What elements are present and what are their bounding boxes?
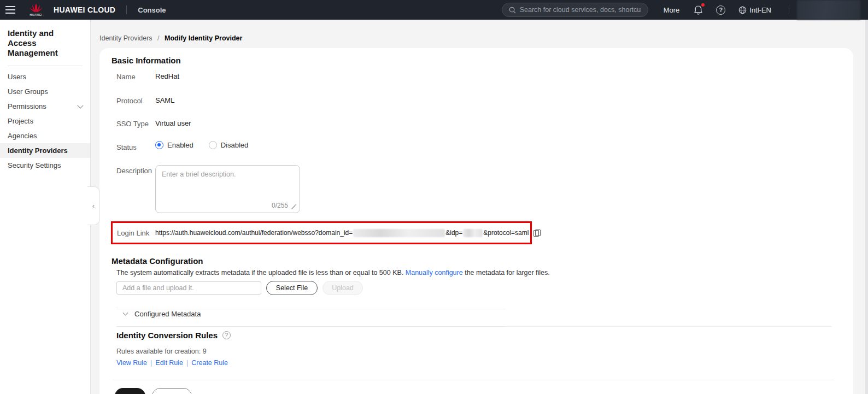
metadata-hint: The system automatically extracts metada…	[116, 269, 550, 277]
basic-information-title: Basic Information	[112, 56, 181, 65]
notification-dot	[701, 3, 705, 7]
help-icon: ?	[716, 5, 725, 15]
main-content: Identity Providers / Modify Identity Pro…	[91, 20, 868, 394]
breadcrumb-current: Modify Identity Provider	[165, 34, 242, 42]
sso-type-value: Virtual user	[155, 119, 191, 127]
description-label: Description	[116, 167, 152, 175]
resize-handle-icon[interactable]	[291, 204, 296, 209]
user-account-redacted[interactable]	[797, 0, 860, 20]
search-icon	[509, 7, 516, 14]
sidebar-item-security-settings[interactable]: Security Settings	[0, 158, 90, 173]
sidebar-item-permissions[interactable]: Permissions	[0, 99, 90, 114]
sso-type-label: SSO Type	[116, 120, 149, 128]
metadata-configuration-title: Metadata Configuration	[112, 256, 203, 266]
notifications-button[interactable]	[694, 5, 703, 15]
idp-redacted	[463, 229, 483, 237]
huawei-logo: HUAWEI	[25, 3, 47, 16]
rule-links: View Rule|Edit Rule|Create Rule	[116, 359, 228, 367]
chevron-down-icon	[123, 310, 128, 316]
locale-label: Intl-EN	[749, 6, 771, 14]
breadcrumb-separator: /	[157, 34, 159, 42]
sidebar-collapse-handle[interactable]: ‹	[87, 186, 100, 225]
sidebar-divider	[8, 66, 83, 66]
sidebar-item-identity-providers[interactable]: Identity Providers	[0, 143, 90, 158]
divider	[116, 309, 506, 309]
brand-name: HUAWEI CLOUD	[54, 5, 115, 14]
domain-id-redacted	[353, 229, 445, 237]
help-button[interactable]: ?	[716, 5, 725, 15]
sidebar-item-users[interactable]: Users	[0, 69, 90, 84]
protocol-label: Protocol	[116, 97, 143, 105]
configured-metadata-toggle[interactable]: Configured Metadata	[124, 310, 201, 318]
view-rule-link[interactable]: View Rule	[116, 359, 147, 367]
modify-idp-card: Basic Information Name RedHat Protocol S…	[99, 48, 853, 394]
login-link-highlight-box: Login Link https://auth.huaweicloud.com/…	[111, 221, 532, 244]
breadcrumb: Identity Providers / Modify Identity Pro…	[99, 34, 242, 42]
login-link-label: Login Link	[117, 229, 155, 237]
create-rule-link[interactable]: Create Rule	[191, 359, 228, 367]
global-search[interactable]	[502, 3, 648, 17]
cancel-button[interactable]	[152, 388, 192, 394]
logo-caption: HUAWEI	[30, 13, 43, 16]
vertical-scrollbar[interactable]	[865, 20, 868, 394]
copy-icon[interactable]	[533, 230, 539, 237]
confirm-button[interactable]	[115, 388, 145, 394]
console-link[interactable]: Console	[138, 6, 166, 14]
help-icon[interactable]: ?	[222, 331, 231, 339]
breadcrumb-parent[interactable]: Identity Providers	[99, 34, 153, 42]
hamburger-menu-icon[interactable]	[0, 0, 21, 20]
globe-icon	[738, 6, 747, 14]
huawei-flower-icon	[30, 3, 43, 13]
select-file-button[interactable]: Select File	[266, 281, 318, 295]
status-enabled-radio[interactable]: Enabled	[155, 141, 193, 149]
language-selector[interactable]: Intl-EN	[738, 6, 771, 14]
status-label: Status	[116, 143, 137, 151]
search-input[interactable]	[520, 6, 641, 14]
rules-available-text: Rules available for creation: 9	[116, 348, 207, 355]
identity-conversion-rules-title: Identity Conversion Rules ?	[116, 331, 231, 340]
top-bar: HUAWEI HUAWEI CLOUD Console More ? Intl-…	[0, 0, 868, 20]
description-field-wrap: 0/255	[155, 165, 300, 213]
status-disabled-radio[interactable]: Disabled	[209, 141, 249, 149]
manually-configure-link[interactable]: Manually configure	[406, 269, 463, 277]
radio-unselected-icon	[209, 141, 217, 149]
name-value: RedHat	[155, 72, 179, 80]
sidebar-item-projects[interactable]: Projects	[0, 114, 90, 128]
more-menu[interactable]: More	[664, 6, 680, 14]
sidebar-item-agencies[interactable]: Agencies	[0, 128, 90, 143]
name-label: Name	[116, 73, 136, 81]
divider	[113, 380, 835, 380]
divider	[116, 326, 506, 327]
sidebar-item-user-groups[interactable]: User Groups	[0, 84, 90, 99]
radio-selected-icon	[155, 141, 163, 149]
metadata-file-input[interactable]	[116, 281, 261, 295]
sidebar: Identity and Access Management Users Use…	[0, 20, 91, 394]
login-link-value: https://auth.huaweicloud.com/authui/fede…	[155, 229, 529, 237]
topbar-divider	[126, 5, 127, 14]
sidebar-title: Identity and Access Management	[0, 20, 90, 66]
topbar-divider2	[789, 5, 789, 14]
chevron-left-icon: ‹	[92, 202, 95, 210]
divider	[506, 326, 832, 327]
chevron-down-icon	[77, 102, 83, 108]
status-radio-group: Enabled Disabled	[155, 141, 248, 149]
upload-button[interactable]: Upload	[322, 281, 363, 295]
protocol-value: SAML	[155, 96, 174, 104]
char-counter: 0/255	[272, 202, 288, 209]
edit-rule-link[interactable]: Edit Rule	[155, 359, 183, 367]
